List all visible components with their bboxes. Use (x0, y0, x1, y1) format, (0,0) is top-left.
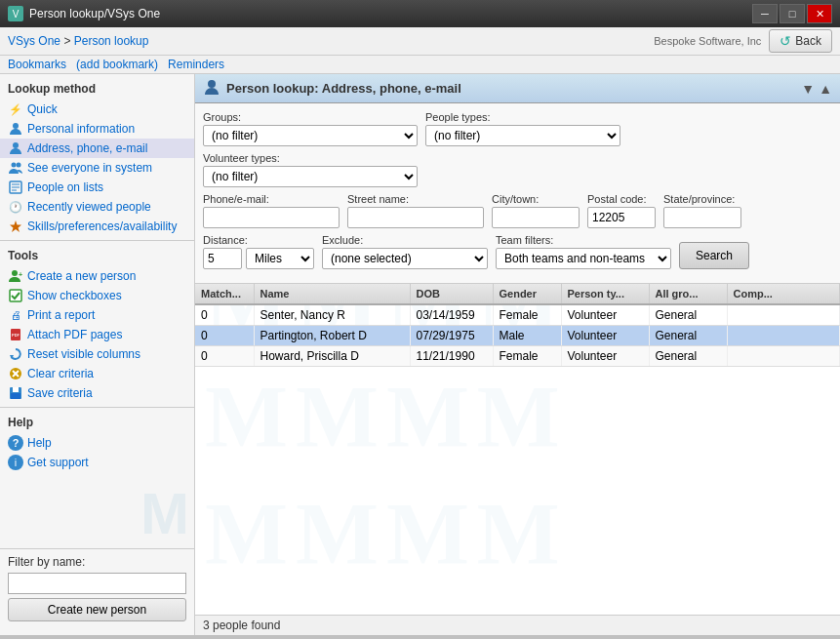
form-row-3: Phone/e-mail: Street name: City/town: Po… (203, 193, 832, 228)
groups-select[interactable]: (no filter) (203, 125, 418, 146)
get-support-label: Get support (27, 456, 89, 469)
help-label: Help (27, 436, 52, 450)
show-checkboxes-icon (8, 288, 23, 303)
tool-clear-criteria[interactable]: Clear criteria (0, 364, 194, 383)
col-name[interactable]: Name (254, 284, 410, 304)
tool-show-checkboxes[interactable]: Show checkboxes (0, 286, 194, 305)
sidebar-item-quick[interactable]: ⚡ Quick (0, 100, 194, 119)
svg-rect-20 (11, 393, 20, 399)
filter-input[interactable] (8, 573, 186, 594)
exclude-group: Exclude: (none selected) (322, 234, 488, 269)
sidebar-item-personal-info[interactable]: Personal information (0, 119, 194, 139)
state-province-input[interactable] (663, 207, 741, 228)
divider-help (0, 407, 194, 408)
sidebar-item-skills[interactable]: Skills/preferences/availability (0, 217, 194, 236)
create-new-person-button[interactable]: Create new person (8, 598, 186, 621)
cell-all-groups: General (649, 346, 727, 367)
tool-attach-pdf[interactable]: PDF Attach PDF pages (0, 325, 194, 344)
maximize-button[interactable]: □ (780, 4, 805, 23)
form-row-1: Groups: (no filter) People types: (no fi… (203, 111, 832, 146)
back-icon: ↺ (780, 33, 791, 49)
breadcrumb-home[interactable]: VSys One (8, 34, 60, 48)
cell-gender: Female (493, 304, 561, 326)
cell-comp (727, 346, 840, 367)
address-phone-icon (8, 140, 23, 156)
distance-input[interactable] (203, 248, 242, 269)
sidebar-item-quick-label: Quick (27, 102, 58, 116)
sidebar-item-address-phone[interactable]: Address, phone, e-mail (0, 139, 194, 158)
tool-save-criteria[interactable]: Save criteria (0, 383, 194, 403)
svg-text:PDF: PDF (12, 333, 20, 338)
add-bookmark-link[interactable]: (add bookmark) (76, 58, 158, 71)
team-filters-select[interactable]: Both teams and non-teams (496, 248, 671, 269)
col-person-type[interactable]: Person ty... (561, 284, 649, 304)
phone-email-input[interactable] (203, 207, 340, 228)
main-layout: Lookup method ⚡ Quick Personal informati… (0, 74, 840, 635)
panel-title-icon (203, 78, 220, 99)
panel-dropdown-button[interactable]: ▼ (801, 81, 815, 97)
col-match[interactable]: Match... (195, 284, 254, 304)
panel-controls: ▼ ▲ (801, 81, 832, 97)
help-link[interactable]: ? Help (0, 433, 194, 453)
recently-viewed-icon: 🕐 (8, 199, 23, 215)
team-filters-label: Team filters: (496, 234, 671, 246)
info-icon: i (8, 455, 23, 470)
col-all-groups[interactable]: All gro... (649, 284, 727, 304)
help-title: Help (0, 412, 194, 433)
see-everyone-icon (8, 160, 23, 176)
postal-code-input[interactable] (587, 207, 656, 228)
tool-show-checkboxes-label: Show checkboxes (27, 289, 122, 302)
status-bar: 3 people found (195, 615, 840, 635)
street-name-label: Street name: (347, 193, 484, 205)
close-button[interactable]: ✕ (807, 4, 832, 23)
cell-comp (727, 326, 840, 346)
tool-reset-columns[interactable]: Reset visible columns (0, 344, 194, 364)
window-title: Person lookup/VSys One (29, 7, 160, 20)
table-row[interactable]: 0 Howard, Priscilla D 11/21/1990 Female … (195, 346, 840, 367)
get-support-link[interactable]: i Get support (0, 453, 194, 472)
top-bar: VSys One > Person lookup Bespoke Softwar… (0, 27, 840, 56)
bookmarks-link[interactable]: Bookmarks (8, 58, 66, 71)
reset-columns-icon (8, 346, 23, 362)
sidebar-item-recently-viewed[interactable]: 🕐 Recently viewed people (0, 197, 194, 217)
sidebar-item-recently-viewed-label: Recently viewed people (27, 200, 151, 214)
table-body: 0 Senter, Nancy R 03/14/1959 Female Volu… (195, 304, 840, 367)
distance-group: Distance: Miles Kilometers (203, 234, 314, 269)
tool-clear-criteria-label: Clear criteria (27, 367, 94, 380)
sidebar-item-see-everyone[interactable]: See everyone in system (0, 158, 194, 178)
minimize-button[interactable]: ─ (752, 4, 778, 23)
tool-create-new-person[interactable]: + Create a new person (0, 266, 194, 286)
filter-label: Filter by name: (8, 555, 186, 569)
sidebar-item-people-on-lists[interactable]: People on lists (0, 178, 194, 197)
distance-label: Distance: (203, 234, 314, 246)
col-gender[interactable]: Gender (493, 284, 561, 304)
left-watermark: M (140, 480, 189, 547)
volunteer-types-label: Volunteer types: (203, 152, 418, 164)
people-types-select[interactable]: (no filter) (425, 125, 620, 146)
breadcrumb-current[interactable]: Person lookup (74, 34, 149, 48)
distance-unit-select[interactable]: Miles Kilometers (246, 248, 314, 269)
sidebar-item-people-on-lists-label: People on lists (27, 180, 103, 194)
col-dob[interactable]: DOB (410, 284, 493, 304)
filter-section: Filter by name: Create new person (0, 548, 194, 627)
city-town-input[interactable] (492, 207, 580, 228)
exclude-select[interactable]: (none selected) (322, 248, 488, 269)
panel-collapse-button[interactable]: ▲ (819, 81, 832, 97)
cell-name: Howard, Priscilla D (254, 346, 410, 367)
cell-dob: 07/29/1975 (410, 326, 493, 346)
reminders-link[interactable]: Reminders (168, 58, 224, 71)
back-button[interactable]: ↺ Back (769, 29, 832, 53)
table-row[interactable]: 0 Senter, Nancy R 03/14/1959 Female Volu… (195, 304, 840, 326)
state-province-group: State/province: (663, 193, 741, 228)
tools-title: Tools (0, 245, 194, 266)
svg-point-21 (208, 80, 216, 88)
tool-print-report[interactable]: 🖨 Print a report (0, 305, 194, 325)
volunteer-types-select[interactable]: (no filter) (203, 166, 418, 187)
svg-rect-11 (10, 290, 21, 301)
table-row[interactable]: 0 Partington, Robert D 07/29/1975 Male V… (195, 326, 840, 346)
col-comp[interactable]: Comp... (727, 284, 840, 304)
save-criteria-icon (8, 385, 23, 401)
street-name-input[interactable] (347, 207, 484, 228)
personal-info-icon (8, 121, 23, 137)
search-button[interactable]: Search (679, 242, 749, 269)
